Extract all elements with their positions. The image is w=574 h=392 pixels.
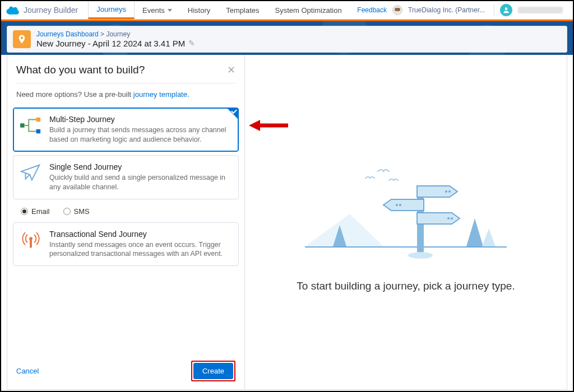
svg-point-0: [505, 7, 508, 10]
breadcrumb-bar: Journeys Dashboard > Journey New Journey…: [7, 26, 567, 53]
option-title: Single Send Journey: [49, 162, 232, 171]
svg-point-4: [29, 237, 33, 240]
option-transactional[interactable]: Transactional Send Journey Instantly sen…: [13, 222, 239, 267]
cancel-button[interactable]: Cancel: [16, 367, 39, 375]
journey-template-link[interactable]: journey template.: [133, 90, 189, 99]
left-panel: What do you want to build? ✕ Need more o…: [7, 55, 245, 389]
radio-dot-icon: [21, 208, 28, 215]
journey-title: New Journey - April 12 2024 at 3.41 PM: [36, 39, 185, 48]
svg-rect-5: [30, 240, 32, 248]
radio-email[interactable]: Email: [21, 207, 50, 216]
divider: [494, 4, 494, 16]
flow-icon: [20, 115, 41, 144]
annotation-highlight: Create: [191, 361, 235, 381]
tab-journeys[interactable]: Journeys: [88, 1, 135, 19]
broadcast-icon: [20, 230, 41, 259]
svg-rect-2: [36, 118, 41, 122]
svg-point-9: [445, 190, 447, 193]
option-multi-step[interactable]: Multi-Step Journey Build a journey that …: [13, 108, 239, 152]
option-title: Multi-Step Journey: [49, 115, 232, 124]
salesforce-cloud-icon: [6, 5, 20, 15]
svg-rect-3: [36, 129, 41, 134]
svg-rect-6: [305, 246, 507, 248]
main-content: What do you want to build? ✕ Need more o…: [7, 55, 567, 390]
top-nav: Journey Builder Journeys Events History …: [1, 1, 573, 20]
svg-point-12: [399, 204, 401, 206]
pin-icon: [13, 30, 31, 48]
option-single-send[interactable]: Single Send Journey Quickly build and se…: [13, 155, 239, 199]
tab-events[interactable]: Events: [135, 1, 180, 19]
empty-state-message: To start building a journey, pick a jour…: [297, 280, 515, 292]
svg-point-13: [447, 217, 450, 220]
option-desc: Instantly send messages once an event oc…: [49, 240, 232, 259]
hint-text: Need more options? Use a pre-built journ…: [7, 83, 244, 104]
tab-history[interactable]: History: [180, 1, 218, 19]
astro-icon: [392, 5, 402, 15]
paper-plane-icon: [20, 162, 41, 192]
feedback-link[interactable]: Feedback: [357, 6, 387, 14]
option-desc: Quickly build and send a single personal…: [49, 173, 232, 192]
org-switcher[interactable]: TrueDialog Inc. (Partner...: [408, 6, 487, 14]
user-name[interactable]: [518, 7, 563, 13]
channel-radio-group: Email SMS: [13, 203, 239, 219]
tab-system-optimization[interactable]: System Optimization: [267, 1, 349, 19]
brand-title: Journey Builder: [24, 6, 78, 15]
create-button[interactable]: Create: [193, 363, 233, 379]
breadcrumb-sep: >: [100, 30, 104, 38]
radio-sms[interactable]: SMS: [63, 207, 90, 216]
user-avatar-icon[interactable]: [500, 4, 512, 16]
svg-point-11: [396, 204, 398, 206]
svg-point-14: [451, 217, 453, 220]
chevron-down-icon: [168, 9, 172, 12]
svg-rect-1: [20, 123, 25, 128]
panel-title: What do you want to build?: [16, 64, 145, 76]
breadcrumb-current: Journey: [106, 30, 130, 38]
svg-point-8: [408, 252, 433, 259]
close-icon[interactable]: ✕: [227, 64, 235, 76]
svg-point-10: [448, 190, 451, 193]
nav-tabs: Journeys Events History Templates System…: [88, 1, 349, 19]
radio-dot-icon: [63, 208, 71, 215]
signpost-illustration-icon: [305, 152, 507, 270]
option-desc: Build a journey that sends messages acro…: [49, 125, 232, 144]
option-title: Transactional Send Journey: [49, 230, 232, 239]
tab-templates[interactable]: Templates: [218, 1, 267, 19]
breadcrumb-root-link[interactable]: Journeys Dashboard: [36, 30, 99, 38]
edit-title-icon[interactable]: ✎: [188, 39, 195, 48]
right-panel: To start building a journey, pick a jour…: [245, 55, 567, 389]
